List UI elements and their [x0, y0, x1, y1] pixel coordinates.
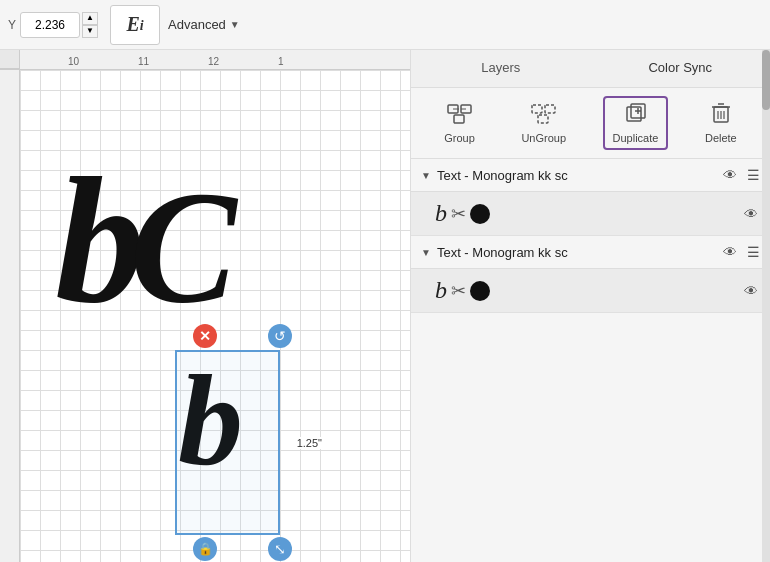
layer-item-2[interactable]: b ✂ 👁 — [411, 268, 770, 312]
text-icon: Ei — [126, 13, 143, 36]
layer-title-1: Text - Monogram kk sc — [437, 168, 717, 183]
layer-group-1: ▼ Text - Monogram kk sc 👁 ☰ b ✂ 👁 — [411, 159, 770, 236]
scrollbar-thumb[interactable] — [762, 50, 770, 110]
svg-rect-6 — [545, 105, 555, 113]
ruler-tick-11: 11 — [138, 56, 149, 67]
advanced-label: Advanced — [168, 17, 226, 32]
tab-layers[interactable]: Layers — [411, 50, 591, 87]
y-spinner: ▲ ▼ — [82, 12, 98, 38]
layer-char-2: b — [435, 277, 447, 304]
scrollbar-track — [762, 50, 770, 562]
layer-menu-2[interactable]: ☰ — [747, 244, 760, 260]
duplicate-icon — [622, 102, 648, 129]
group-label: Group — [444, 132, 475, 144]
monogram-object[interactable]: bC — [55, 160, 222, 322]
layer-arrow-1: ▼ — [421, 170, 431, 181]
ruler-horizontal: 10 11 12 1 — [0, 50, 410, 70]
layer-header-1[interactable]: ▼ Text - Monogram kk sc 👁 ☰ — [411, 159, 770, 191]
ruler-tick-10: 10 — [68, 56, 79, 67]
ruler-tick-12: 12 — [208, 56, 219, 67]
layer-scissors-2: ✂ — [451, 280, 466, 302]
layer-circle-1 — [470, 204, 490, 224]
layer-thumb-1: b ✂ — [435, 200, 736, 227]
dimension-height-label: 1.25" — [297, 437, 322, 449]
tab-color-sync[interactable]: Color Sync — [591, 50, 771, 87]
ungroup-icon — [531, 102, 557, 129]
layer-header-2[interactable]: ▼ Text - Monogram kk sc 👁 ☰ — [411, 236, 770, 268]
svg-rect-5 — [532, 105, 542, 113]
y-spinner-down[interactable]: ▼ — [82, 25, 98, 38]
canvas-objects: bC b ✕ ↺ 🔒 ⤡ 1.25" 0.704" — [0, 70, 410, 562]
ungroup-button[interactable]: UnGroup — [511, 96, 576, 150]
lock-handle[interactable]: 🔒 — [193, 537, 217, 561]
ruler-tick-1: 1 — [278, 56, 284, 67]
panel-toolbar: Group UnGroup — [411, 88, 770, 159]
ungroup-label: UnGroup — [521, 132, 566, 144]
y-label: Y — [8, 18, 16, 32]
layer-header-icons-1: 👁 ☰ — [723, 167, 760, 183]
delete-handle[interactable]: ✕ — [193, 324, 217, 348]
delete-button[interactable]: Delete — [695, 96, 747, 150]
layer-thumb-2: b ✂ — [435, 277, 736, 304]
main-content: 10 11 12 1 bC b ✕ ↺ 🔒 — [0, 50, 770, 562]
layer-circle-2 — [470, 281, 490, 301]
y-input[interactable] — [20, 12, 80, 38]
advanced-button[interactable]: Advanced ▼ — [168, 17, 240, 32]
rotate-handle[interactable]: ↺ — [268, 324, 292, 348]
layer-arrow-2: ▼ — [421, 247, 431, 258]
delete-label: Delete — [705, 132, 737, 144]
layer-scissors-1: ✂ — [451, 203, 466, 225]
layer-group-2: ▼ Text - Monogram kk sc 👁 ☰ b ✂ 👁 — [411, 236, 770, 313]
layer-char-1: b — [435, 200, 447, 227]
selection-box[interactable]: ✕ ↺ 🔒 ⤡ 1.25" — [175, 350, 280, 535]
layer-item-eye-1[interactable]: 👁 — [744, 206, 758, 222]
resize-handle[interactable]: ⤡ — [268, 537, 292, 561]
duplicate-button[interactable]: Duplicate — [603, 96, 669, 150]
svg-rect-7 — [538, 115, 548, 123]
svg-rect-8 — [627, 107, 641, 121]
panel-tabs: Layers Color Sync — [411, 50, 770, 88]
layer-menu-1[interactable]: ☰ — [747, 167, 760, 183]
layer-eye-1[interactable]: 👁 — [723, 167, 737, 183]
duplicate-label: Duplicate — [613, 132, 659, 144]
monogram-b-char: b — [55, 141, 130, 340]
svg-rect-2 — [454, 115, 464, 123]
text-icon-box: Ei — [110, 5, 160, 45]
canvas-area: 10 11 12 1 bC b ✕ ↺ 🔒 — [0, 50, 410, 562]
layer-header-icons-2: 👁 ☰ — [723, 244, 760, 260]
y-spinner-up[interactable]: ▲ — [82, 12, 98, 25]
layer-eye-2[interactable]: 👁 — [723, 244, 737, 260]
group-icon — [447, 102, 473, 129]
monogram-C-char: C — [130, 158, 222, 336]
right-panel: Layers Color Sync Group — [410, 50, 770, 562]
layer-item-eye-2[interactable]: 👁 — [744, 283, 758, 299]
layer-item-1[interactable]: b ✂ 👁 — [411, 191, 770, 235]
group-button[interactable]: Group — [434, 96, 485, 150]
delete-icon — [711, 102, 731, 129]
advanced-arrow-icon: ▼ — [230, 19, 240, 30]
top-toolbar: Y ▲ ▼ Ei Advanced ▼ — [0, 0, 770, 50]
layer-title-2: Text - Monogram kk sc — [437, 245, 717, 260]
ruler-vertical — [0, 70, 20, 562]
